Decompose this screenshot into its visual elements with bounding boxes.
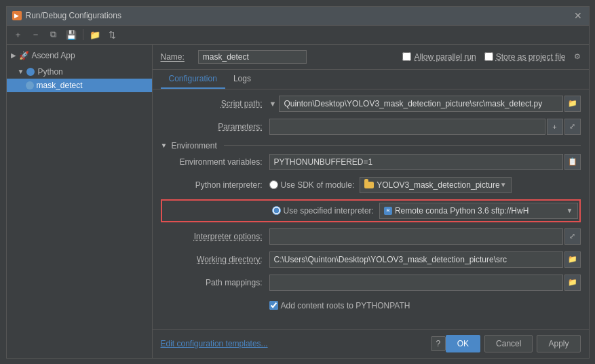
python-interpreter-row: Python interpreter: Use SDK of module: Y… [161, 176, 581, 194]
title-bar-left: ▶ Run/Debug Configurations [12, 11, 121, 20]
parameters-expand-button[interactable]: ⤢ [564, 119, 581, 135]
parameters-input[interactable] [269, 119, 545, 135]
script-path-dropdown-icon[interactable]: ▼ [269, 96, 277, 112]
form-area: Script path: ▼ 📁 Parameters: + ⤢ [153, 89, 589, 329]
script-path-input[interactable] [279, 96, 562, 112]
use-sdk-radio[interactable] [269, 180, 278, 189]
working-directory-input[interactable] [269, 251, 563, 268]
copy-config-button[interactable]: ⧉ [46, 27, 61, 42]
specified-interpreter-dropdown[interactable]: R Remote conda Python 3.6 sftp://HwH ▼ [379, 203, 578, 219]
parameters-label: Parameters: [161, 122, 269, 132]
allow-parallel-checkbox[interactable] [402, 52, 411, 61]
mask-detect-label: mask_detect [37, 81, 83, 90]
cancel-button[interactable]: Cancel [484, 335, 533, 352]
specified-interpreter-arrow-icon: ▼ [567, 207, 573, 214]
working-directory-browse-button[interactable]: 📁 [564, 251, 581, 268]
add-content-roots-option[interactable]: Add content roots to PYTHONPATH [269, 301, 410, 310]
edit-templates-link[interactable]: Edit configuration templates... [161, 339, 268, 348]
path-mappings-row: Path mappings: 📁 [161, 274, 581, 291]
allow-parallel-text: Allow parallel run [414, 52, 476, 62]
path-mappings-label: Path mappings: [161, 278, 269, 287]
path-mappings-input-group: 📁 [269, 275, 581, 291]
use-specified-option[interactable]: Use specified interpreter: [272, 206, 374, 216]
ascend-app-label: Ascend App [32, 51, 75, 60]
name-input[interactable] [198, 50, 307, 64]
path-mappings-input[interactable] [269, 275, 563, 291]
store-as-project-checkbox[interactable] [484, 52, 493, 61]
script-path-browse-button[interactable]: 📁 [564, 96, 581, 112]
env-variables-input[interactable] [269, 154, 563, 170]
sidebar-item-ascend-app[interactable]: ▶ 🚀 Ascend App [7, 49, 152, 62]
name-row-right: Allow parallel run Store as project file… [402, 52, 580, 62]
mask-detect-icon [26, 81, 34, 89]
add-content-roots-row: Add content roots to PYTHONPATH [161, 297, 581, 315]
env-section-arrow-icon[interactable]: ▼ [161, 142, 168, 149]
sdk-dropdown[interactable]: YOLOV3_mask_detection_picture ▼ [360, 177, 511, 193]
title-bar: ▶ Run/Debug Configurations ✕ [7, 7, 589, 26]
interpreter-options-label: Interpreter options: [161, 232, 269, 241]
specified-interpreter-value: Remote conda Python 3.6 sftp://HwH [395, 206, 529, 216]
expand-arrow-icon: ▶ [11, 52, 16, 59]
env-variables-browse-button[interactable]: 📋 [564, 154, 581, 170]
tabs: Configuration Logs [153, 70, 589, 89]
sidebar-item-mask-detect[interactable]: mask_detect [7, 79, 152, 92]
environment-section-header: ▼ Environment [161, 141, 581, 150]
sdk-dropdown-value: YOLOV3_mask_detection_picture [377, 180, 499, 190]
help-button[interactable]: ? [431, 336, 446, 351]
path-mappings-browse-button[interactable]: 📁 [564, 275, 581, 291]
script-path-label: Script path: [161, 99, 269, 108]
ok-button[interactable]: OK [446, 335, 480, 352]
sort-config-button[interactable]: ⇅ [105, 27, 120, 42]
use-sdk-option[interactable]: Use SDK of module: [269, 180, 355, 190]
use-specified-interpreter-highlighted-row: Use specified interpreter: R Remote cond… [161, 199, 581, 222]
tab-configuration[interactable]: Configuration [161, 70, 225, 89]
close-button[interactable]: ✕ [573, 10, 583, 21]
interpreter-options-input-group: ⤢ [269, 228, 581, 245]
remove-config-button[interactable]: − [28, 27, 43, 42]
toolbar: + − ⧉ 💾 📁 ⇅ [7, 26, 589, 45]
folder-icon [364, 182, 374, 188]
use-sdk-label: Use SDK of module: [281, 180, 355, 190]
save-config-button[interactable]: 💾 [64, 27, 79, 42]
env-variables-input-group: 📋 [269, 154, 581, 170]
dialog-icon: ▶ [12, 11, 22, 20]
env-variables-row: Environment variables: 📋 [161, 153, 581, 171]
use-specified-radio[interactable] [272, 206, 281, 215]
sidebar-group-python: ▼ Python mask_detect [7, 64, 152, 94]
interpreter-radio-group: Use SDK of module: YOLOV3_mask_detection… [269, 177, 581, 193]
bottom-left: Edit configuration templates... [161, 339, 431, 348]
add-content-roots-checkbox[interactable] [269, 301, 278, 310]
python-label: Python [37, 67, 62, 77]
name-row: Name: Allow parallel run Store as projec… [153, 45, 589, 70]
bottom-right: OK Cancel Apply [446, 335, 581, 352]
run-debug-dialog: ▶ Run/Debug Configurations ✕ + − ⧉ 💾 📁 ⇅… [6, 6, 590, 359]
add-content-roots-label: Add content roots to PYTHONPATH [281, 301, 410, 310]
name-field-label: Name: [161, 52, 191, 62]
interpreter-options-expand-button[interactable]: ⤢ [564, 228, 581, 245]
tab-logs[interactable]: Logs [225, 70, 259, 89]
working-directory-row: Working directory: 📁 [161, 251, 581, 268]
interpreter-options-input[interactable] [269, 228, 563, 245]
apply-button[interactable]: Apply [537, 335, 580, 352]
add-config-button[interactable]: + [11, 27, 26, 42]
working-directory-label: Working directory: [161, 255, 269, 264]
parameters-add-button[interactable]: + [547, 119, 563, 135]
python-interpreter-label: Python interpreter: [161, 180, 269, 190]
store-settings-icon: ⚙ [574, 52, 581, 61]
store-as-project-text: Store as project file [496, 52, 566, 62]
working-directory-input-group: 📁 [269, 251, 581, 268]
sidebar-group-ascend: ▶ 🚀 Ascend App [7, 47, 152, 64]
sidebar-item-python[interactable]: ▼ Python [7, 65, 152, 79]
ascend-icon: 🚀 [19, 51, 29, 60]
sidebar: ▶ 🚀 Ascend App ▼ Python mask_detect [7, 45, 153, 358]
folder-config-button[interactable]: 📁 [88, 27, 102, 42]
dialog-title: Run/Debug Configurations [26, 11, 121, 20]
script-path-input-group: ▼ 📁 [269, 96, 581, 112]
parameters-input-group: + ⤢ [269, 119, 581, 135]
env-variables-label: Environment variables: [161, 157, 269, 167]
sdk-dropdown-arrow-icon: ▼ [500, 181, 507, 188]
allow-parallel-label[interactable]: Allow parallel run [402, 52, 476, 62]
script-path-row: Script path: ▼ 📁 [161, 95, 581, 113]
store-as-project-label[interactable]: Store as project file [484, 52, 566, 62]
python-expand-arrow-icon: ▼ [18, 68, 24, 75]
